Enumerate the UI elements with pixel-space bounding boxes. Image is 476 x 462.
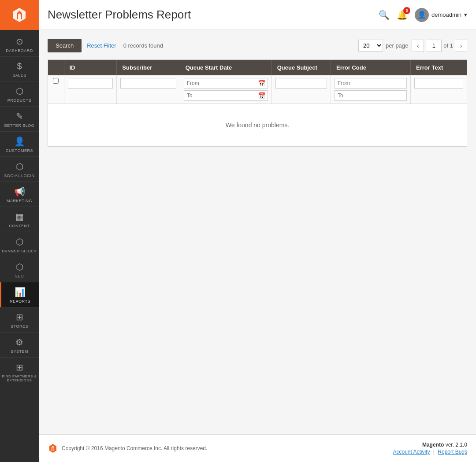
system-icon: ⚙ — [15, 337, 23, 347]
filter-queue-subject-input[interactable] — [275, 78, 327, 89]
sales-icon: $ — [17, 61, 22, 71]
error-code-to-input[interactable] — [335, 91, 406, 100]
sidebar-item-stores[interactable]: ⊞ Stores — [0, 307, 39, 333]
filter-id-cell — [64, 75, 117, 104]
sidebar-item-label: Stores — [11, 324, 28, 329]
no-records-message: We found no problems. — [48, 104, 467, 147]
footer-link-separator: | — [433, 449, 436, 455]
stores-icon: ⊞ — [16, 312, 23, 322]
find-partners-icon: ⊞ — [16, 362, 23, 373]
filter-subscriber-input[interactable] — [120, 78, 176, 89]
sidebar: ⊙ Dashboard $ Sales ⬡ Products ✎ Better … — [0, 0, 39, 462]
sidebar-item-banner-slider[interactable]: ⬡ Banner Slider — [0, 232, 39, 257]
empty-row: We found no problems. — [48, 104, 467, 147]
sidebar-item-marketing[interactable]: 📢 Marketing — [0, 182, 39, 207]
footer-right: Magento ver. 2.1.0 Account Activity | Re… — [393, 442, 467, 455]
records-label: records found — [128, 42, 164, 49]
sidebar-item-label: Better Blog — [4, 123, 35, 128]
footer-logo: Copyright © 2016 Magento Commerce Inc. A… — [48, 443, 207, 454]
dashboard-icon: ⊙ — [16, 36, 23, 47]
col-header-error-code: Error Code — [331, 60, 411, 75]
table-header-row: ID Subscriber Queue Start Date Queue Sub… — [48, 60, 467, 75]
error-code-from-wrap — [335, 78, 407, 89]
sidebar-item-label: Customers — [6, 148, 33, 153]
main-area: Newsletter Problems Report 🔍 🔔 3 👤 demoa… — [39, 0, 476, 462]
records-count: 0 — [123, 42, 126, 49]
queue-date-to-input[interactable] — [184, 91, 256, 100]
sidebar-item-label: FIND PARTNERS & EXTENSIONS — [2, 374, 37, 382]
per-page-select: 20 30 50 100 200 per page — [358, 40, 408, 52]
pagination: ‹ of 1 › — [412, 40, 467, 52]
per-page-label: per page — [386, 42, 408, 49]
sidebar-item-reports[interactable]: 📊 Reports — [0, 282, 39, 307]
select-all-checkbox[interactable] — [53, 78, 59, 84]
sidebar-item-label: Marketing — [7, 199, 32, 203]
queue-date-from-wrap: 📅 — [184, 78, 268, 89]
global-search-button[interactable]: 🔍 — [379, 10, 390, 20]
page-of-total: of 1 — [443, 42, 453, 49]
sidebar-item-better-blog[interactable]: ✎ Better Blog — [0, 107, 39, 132]
footer-copyright: Copyright © 2016 Magento Commerce Inc. A… — [62, 445, 207, 451]
sidebar-item-seo[interactable]: ⬡ SEO — [0, 257, 39, 282]
customers-icon: 👤 — [14, 136, 25, 147]
page-title: Newsletter Problems Report — [48, 8, 191, 22]
chevron-down-icon: ▾ — [464, 11, 467, 18]
avatar: 👤 — [415, 8, 429, 22]
filter-queue-date-cell: 📅 📅 — [180, 75, 271, 104]
sidebar-item-social-login[interactable]: ⬡ Social Login — [0, 157, 39, 182]
sidebar-item-customers[interactable]: 👤 Customers — [0, 132, 39, 157]
sidebar-item-label: Social Login — [4, 174, 34, 178]
select-all-header — [48, 60, 64, 75]
version-text: ver. 2.1.0 — [446, 442, 467, 448]
filter-row: 📅 📅 — [48, 75, 467, 104]
queue-date-to-calendar-button[interactable]: 📅 — [256, 91, 268, 100]
better-blog-icon: ✎ — [16, 111, 23, 122]
queue-date-to-wrap: 📅 — [184, 90, 268, 101]
queue-date-from-calendar-button[interactable]: 📅 — [256, 79, 268, 88]
per-page-dropdown[interactable]: 20 30 50 100 200 — [358, 40, 383, 52]
filter-id-input[interactable] — [68, 78, 113, 89]
search-button[interactable]: Search — [48, 39, 82, 52]
col-header-queue-start-date: Queue Start Date — [180, 60, 271, 75]
error-code-from-input[interactable] — [335, 78, 406, 88]
report-bugs-link[interactable]: Report Bugs — [438, 449, 467, 455]
error-code-to-wrap — [335, 90, 407, 101]
filter-subscriber-cell — [117, 75, 180, 104]
reset-filter-button[interactable]: Reset Filter — [87, 42, 116, 49]
sidebar-item-products[interactable]: ⬡ Products — [0, 81, 39, 107]
sidebar-item-system[interactable]: ⚙ System — [0, 333, 39, 358]
page-number-input[interactable] — [426, 40, 442, 52]
sidebar-item-dashboard[interactable]: ⊙ Dashboard — [0, 32, 39, 57]
next-page-button[interactable]: › — [455, 40, 467, 52]
account-activity-link[interactable]: Account Activity — [393, 449, 430, 455]
topbar: Newsletter Problems Report 🔍 🔔 3 👤 demoa… — [39, 0, 476, 30]
prev-page-button[interactable]: ‹ — [412, 40, 424, 52]
footer: Copyright © 2016 Magento Commerce Inc. A… — [39, 434, 476, 462]
data-table: ID Subscriber Queue Start Date Queue Sub… — [48, 59, 467, 147]
col-header-id: ID — [64, 60, 117, 75]
content-icon: ▦ — [15, 211, 24, 222]
marketing-icon: 📢 — [14, 186, 25, 197]
sidebar-item-label: SEO — [15, 274, 24, 278]
filter-error-text-input[interactable] — [414, 78, 463, 89]
notification-button[interactable]: 🔔 3 — [397, 10, 408, 20]
sidebar-item-content[interactable]: ▦ Content — [0, 207, 39, 232]
products-icon: ⬡ — [16, 86, 23, 96]
col-header-error-text: Error Text — [411, 60, 467, 75]
sidebar-item-sales[interactable]: $ Sales — [0, 57, 39, 81]
social-login-icon: ⬡ — [16, 161, 23, 172]
queue-date-from-input[interactable] — [184, 78, 256, 88]
reports-icon: 📊 — [15, 287, 26, 297]
topbar-right: 🔍 🔔 3 👤 demoadmin ▾ — [379, 8, 467, 22]
filter-queue-subject-cell — [271, 75, 331, 104]
sidebar-item-label: Sales — [12, 73, 26, 78]
sidebar-logo[interactable] — [0, 0, 39, 30]
user-menu[interactable]: 👤 demoadmin ▾ — [415, 8, 467, 22]
sidebar-item-find-partners[interactable]: ⊞ FIND PARTNERS & EXTENSIONS — [0, 358, 39, 386]
magento-version: Magento ver. 2.1.0 — [393, 442, 467, 448]
banner-slider-icon: ⬡ — [16, 237, 23, 247]
username: demoadmin — [431, 11, 461, 18]
seo-icon: ⬡ — [16, 262, 23, 272]
sidebar-item-label: Reports — [10, 299, 30, 303]
user-icon: 👤 — [417, 11, 426, 19]
